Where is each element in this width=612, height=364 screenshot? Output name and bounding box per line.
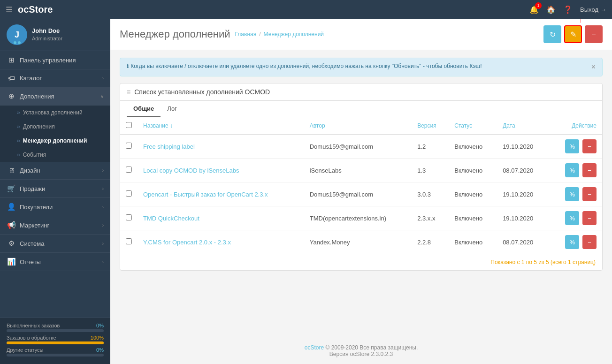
- stat-processing-fill: [7, 341, 104, 344]
- stat-completed-label: Выполненных заказов: [7, 323, 60, 328]
- table-row: Local copy OCMOD by iSenseLabs iSenseLab…: [120, 159, 602, 182]
- row-edit-button[interactable]: %: [565, 211, 579, 225]
- footer-copyright: ocStore © 2009-2020 Все права защищены.: [117, 344, 605, 351]
- arrow-indicator: ↑: [579, 19, 583, 25]
- notification-icon[interactable]: 🔔 1: [529, 5, 539, 14]
- row-author: TMD(opencartextensions.in): [304, 206, 412, 230]
- sidebar-item-marketing[interactable]: 📢 Маркетинг ›: [0, 216, 110, 235]
- select-all-checkbox[interactable]: [126, 122, 132, 128]
- alert-close-button[interactable]: ×: [591, 63, 596, 71]
- th-checkbox: [120, 117, 138, 135]
- home-icon[interactable]: 🏠: [546, 5, 556, 14]
- sidebar-item-reports[interactable]: 📊 Отчеты ›: [0, 253, 110, 271]
- sidebar-item-system[interactable]: ⚙ Система ›: [0, 235, 110, 253]
- stat-other: Другие статусы 0%: [7, 347, 104, 356]
- stat-processing-label: Заказов в обработке: [7, 335, 56, 341]
- row-name-link[interactable]: Y.CMS for Opencart 2.0.x - 2.3.x: [143, 239, 231, 246]
- row-name-link[interactable]: Free shipping label: [143, 143, 195, 150]
- chevron-right-icon: ›: [102, 76, 104, 81]
- row-status: Включено: [449, 159, 497, 182]
- sidebar-item-addons[interactable]: Дополнения: [0, 120, 110, 134]
- sidebar-item-dashboard[interactable]: ⊞ Панель управления: [0, 51, 110, 69]
- row-name: Local copy OCMOD by iSenseLabs: [138, 159, 304, 182]
- sidebar-item-events[interactable]: События: [0, 148, 110, 162]
- breadcrumb-home[interactable]: Главная: [235, 31, 257, 38]
- sidebar-item-install[interactable]: Установка дополнений: [0, 106, 110, 120]
- delete-button[interactable]: −: [585, 25, 603, 43]
- system-icon: ⚙: [7, 239, 16, 248]
- row-edit-button[interactable]: %: [565, 139, 579, 153]
- row-delete-button[interactable]: −: [582, 139, 597, 153]
- row-delete-button[interactable]: −: [582, 163, 597, 177]
- row-delete-button[interactable]: −: [582, 187, 597, 201]
- row-edit-button[interactable]: %: [565, 235, 579, 249]
- notification-badge: 1: [535, 2, 542, 9]
- avatar-dot-1: [14, 41, 16, 44]
- tabs: Общие Лог: [120, 101, 602, 117]
- row-delete-button[interactable]: −: [582, 211, 597, 225]
- row-actions: % −: [548, 182, 602, 206]
- menu-icon[interactable]: ☰: [6, 5, 12, 14]
- row-name-link[interactable]: Opencart - Быстрый заказ for OpenCart 2.…: [143, 191, 268, 198]
- stat-completed: Выполненных заказов 0%: [7, 323, 104, 332]
- help-icon[interactable]: ❓: [563, 5, 573, 14]
- sidebar-item-design[interactable]: 🖥 Дизайн ›: [0, 162, 110, 180]
- chevron-down-icon: ∨: [100, 94, 104, 99]
- sidebar-user-role: Administrator: [32, 35, 62, 42]
- tab-general[interactable]: Общие: [127, 101, 161, 117]
- row-name-link[interactable]: Local copy OCMOD by iSenseLabs: [143, 167, 239, 174]
- sidebar-item-customers[interactable]: 👤 Покупатели ›: [0, 198, 110, 216]
- logout-button[interactable]: Выход →: [580, 6, 606, 13]
- stat-processing-bar: [7, 341, 104, 344]
- sidebar-item-sales[interactable]: 🛒 Продажи ›: [0, 180, 110, 198]
- panel-heading: ≡ Список установленных дополнений OCMOD: [120, 83, 602, 101]
- row-checkbox[interactable]: [126, 143, 132, 149]
- refresh-button[interactable]: ↻: [543, 25, 561, 43]
- row-version: 1.3: [412, 159, 449, 182]
- row-checkbox[interactable]: [126, 214, 132, 220]
- sidebar-item-label-system: Система: [20, 240, 44, 247]
- footer-version: Версия ocStore 2.3.0.2.3: [117, 351, 605, 357]
- sidebar-item-manager[interactable]: Менеджер дополнений: [0, 134, 110, 148]
- stat-completed-pct: 0%: [96, 323, 104, 328]
- row-version: 2.2.8: [412, 230, 449, 254]
- row-status: Включено: [449, 135, 497, 159]
- row-name: TMD QuickCheckout: [138, 206, 304, 230]
- sidebar-sub-label-addons: Дополнения: [23, 123, 55, 130]
- footer-brand-link[interactable]: ocStore: [305, 344, 324, 351]
- table-row: Opencart - Быстрый заказ for OpenCart 2.…: [120, 182, 602, 206]
- design-icon: 🖥: [7, 167, 16, 174]
- panel: ≡ Список установленных дополнений OCMOD …: [120, 83, 603, 271]
- extensions-icon: ⊕: [7, 92, 16, 100]
- extensions-table: Название ↓ Автор Версия Статус Дата Дейс…: [120, 117, 602, 254]
- row-actions: % −: [548, 230, 602, 254]
- row-checkbox-cell: [120, 135, 138, 159]
- row-name-link[interactable]: TMD QuickCheckout: [143, 215, 199, 222]
- logo-oc: oc: [18, 4, 29, 15]
- row-checkbox[interactable]: [126, 167, 132, 173]
- sidebar-sub-label-install: Установка дополнений: [23, 109, 83, 116]
- row-author: Yandex.Money: [304, 230, 412, 254]
- row-date: 19.10.2020: [497, 206, 548, 230]
- avatar-dot-2: [18, 41, 21, 44]
- tab-log[interactable]: Лог: [161, 101, 184, 117]
- row-edit-button[interactable]: %: [565, 187, 579, 201]
- row-checkbox[interactable]: [126, 238, 132, 244]
- row-checkbox[interactable]: [126, 190, 132, 197]
- breadcrumb-current[interactable]: Менеджер дополнений: [264, 31, 324, 38]
- logout-icon: →: [600, 6, 606, 13]
- row-delete-button[interactable]: −: [582, 235, 597, 249]
- row-edit-button[interactable]: %: [565, 163, 579, 177]
- sidebar-item-catalog[interactable]: 🏷 Каталог ›: [0, 69, 110, 87]
- sidebar-user: J John Doe Administrator: [0, 19, 110, 51]
- th-name[interactable]: Название ↓: [138, 117, 304, 135]
- edit-button[interactable]: ✎: [564, 25, 582, 43]
- reports-icon: 📊: [7, 258, 16, 266]
- layout: J John Doe Administrator ⊞ Панель управл…: [0, 19, 612, 364]
- row-actions: % −: [548, 206, 602, 230]
- main: Менеджер дополнений Главная / Менеджер д…: [110, 19, 612, 364]
- sidebar-item-extensions[interactable]: ⊕ Дополнения ∨: [0, 87, 110, 106]
- row-version: 3.0.3: [412, 182, 449, 206]
- row-status: Включено: [449, 206, 497, 230]
- th-date: Дата: [497, 117, 548, 135]
